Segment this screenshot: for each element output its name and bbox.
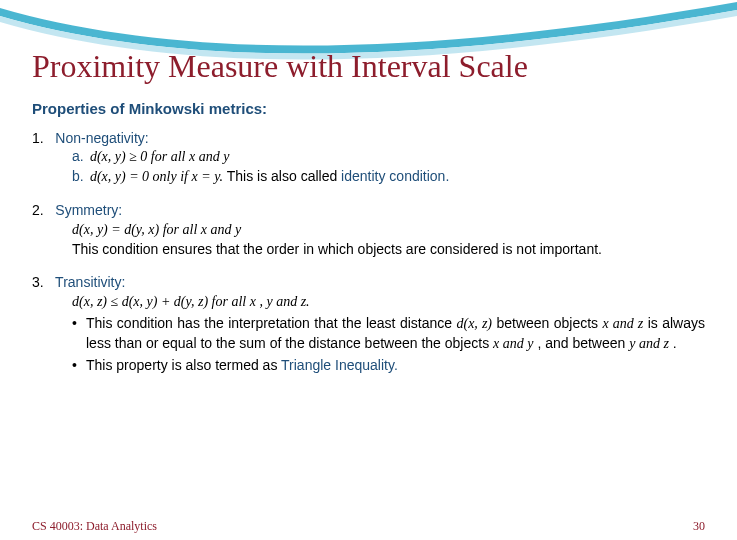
formula: d(x, y) = 0 only if x = y. [90,169,223,184]
list-item: 2. Symmetry: d(x, y) = d(y, x) for all x… [32,201,705,259]
formula-line: d(x, y) = d(y, x) for all x and y [72,220,705,240]
formula: d(x, z) ≤ d(x, y) + d(y, z) for all x , … [72,294,310,309]
slide-footer: CS 40003: Data Analytics 30 [32,519,705,534]
inline-math: x and y [493,336,533,351]
bullet-item: • This condition has the interpretation … [72,314,705,354]
formula: d(x, y) = d(y, x) for all x and y [72,222,241,237]
properties-list: 1. Non-negativity: a. d(x, y) ≥ 0 for al… [32,129,705,375]
item-name: Non-negativity: [55,130,148,146]
sub-label: a. [72,147,86,166]
bullet-text: , and between [537,335,629,351]
footer-course: CS 40003: Data Analytics [32,519,157,534]
bullet-icon: • [72,314,86,354]
inline-math: d(x, z) [456,316,492,331]
inline-math: x and z [603,316,644,331]
item-number: 1. [32,130,44,146]
list-item: 1. Non-negativity: a. d(x, y) ≥ 0 for al… [32,129,705,188]
sub-text: This is also called [227,168,341,184]
item-number: 2. [32,202,44,218]
identity-condition: identity condition. [341,168,449,184]
bullet-text: This property is also termed as [86,357,281,373]
slide-title: Proximity Measure with Interval Scale [32,50,705,84]
bullet-icon: • [72,356,86,375]
sub-label: b. [72,167,86,186]
bullet-text: This condition has the interpretation th… [86,315,456,331]
item-name: Transitivity: [55,274,125,290]
inline-math: y and z [629,336,669,351]
bullet-item: • This property is also termed as Triang… [72,356,705,375]
sub-item: b. d(x, y) = 0 only if x = y. This is al… [72,167,705,187]
bullet-text: . [673,335,677,351]
triangle-inequality: Triangle Inequality. [281,357,398,373]
sub-item: a. d(x, y) ≥ 0 for all x and y [72,147,705,167]
footer-page-number: 30 [693,519,705,534]
list-item: 3. Transitivity: d(x, z) ≤ d(x, y) + d(y… [32,273,705,374]
formula-line: d(x, z) ≤ d(x, y) + d(y, z) for all x , … [72,292,705,312]
item-number: 3. [32,274,44,290]
formula: d(x, y) ≥ 0 for all x and y [90,149,229,164]
bullet-text: between objects [496,315,602,331]
section-heading: Properties of Minkowski metrics: [32,100,705,117]
item-name: Symmetry: [55,202,122,218]
explanation-line: This condition ensures that the order in… [72,240,705,259]
